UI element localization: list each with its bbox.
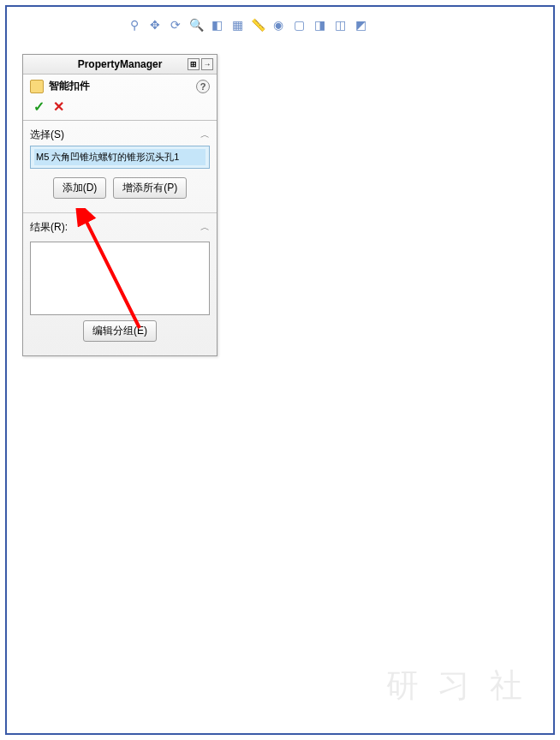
smart-fastener-icon — [30, 80, 44, 93]
shadow-icon[interactable]: ◩ — [353, 17, 368, 33]
collapse-chevron-icon[interactable]: ︿ — [200, 128, 210, 141]
viewport-frame: ⚲ ✥ ⟳ 🔍 ◧ ▦ 📏 ◉ ▢ ◨ ◫ ◩ — [5, 5, 555, 735]
add-all-button[interactable]: 增添所有(P) — [113, 177, 187, 199]
svg-point-37 — [272, 721, 288, 733]
svg-line-132 — [316, 443, 323, 460]
svg-point-24 — [528, 7, 544, 19]
svg-point-94 — [541, 251, 553, 266]
svg-marker-120 — [194, 259, 497, 630]
edit-group-button[interactable]: 编辑分组(E) — [83, 320, 157, 342]
svg-point-43 — [401, 721, 416, 733]
panel-titlebar[interactable]: PropertyManager ⊞ → — [23, 55, 217, 75]
selection-label: 选择(S) — [30, 128, 64, 142]
svg-line-130 — [304, 460, 323, 475]
svg-point-29 — [102, 721, 117, 733]
svg-point-27 — [59, 721, 74, 733]
svg-point-50 — [7, 16, 19, 32]
svg-marker-129 — [342, 446, 347, 455]
wire-icon[interactable]: ▢ — [291, 17, 307, 33]
svg-point-78 — [7, 614, 19, 630]
feature-name: 智能扣件 — [49, 79, 90, 93]
svg-point-22 — [486, 7, 501, 19]
view-orient-icon[interactable]: ▦ — [229, 17, 245, 33]
svg-point-126 — [377, 531, 449, 593]
zoom-icon[interactable]: ⚲ — [127, 17, 142, 33]
svg-point-72 — [7, 486, 19, 502]
measure-icon[interactable]: 📏 — [250, 17, 265, 33]
svg-point-23 — [507, 7, 522, 19]
zoom-fit-icon[interactable]: 🔍 — [188, 17, 204, 33]
svg-point-91 — [541, 188, 553, 203]
svg-point-97 — [541, 315, 553, 331]
add-button[interactable]: 添加(D) — [53, 177, 107, 199]
panel-title: PropertyManager — [78, 58, 163, 70]
svg-point-85 — [541, 59, 553, 75]
pan-icon[interactable]: ✥ — [147, 17, 163, 33]
svg-point-100 — [541, 379, 553, 395]
svg-point-55 — [7, 123, 19, 139]
collapse-chevron-icon[interactable]: ︿ — [200, 221, 210, 234]
svg-point-25 — [16, 721, 32, 733]
svg-point-99 — [541, 358, 553, 373]
svg-point-123 — [281, 414, 387, 503]
hidden-icon[interactable]: ◨ — [312, 17, 327, 33]
svg-point-98 — [541, 337, 553, 352]
svg-marker-119 — [289, 242, 515, 349]
help-icon[interactable]: ? — [196, 80, 210, 93]
selection-list[interactable]: M5 六角凹锥坑螺钉的锥形沉头孔1 — [30, 146, 210, 169]
svg-point-53 — [7, 81, 19, 96]
svg-marker-131 — [304, 467, 311, 475]
svg-point-110 — [541, 593, 553, 608]
svg-point-115 — [541, 700, 553, 715]
svg-point-108 — [541, 550, 553, 565]
ok-cancel-row: ✓ ✕ — [23, 95, 217, 121]
results-list[interactable] — [30, 242, 210, 315]
svg-point-90 — [541, 166, 553, 182]
svg-point-111 — [541, 614, 553, 630]
svg-point-2 — [59, 7, 74, 19]
svg-point-54 — [7, 102, 19, 117]
svg-point-59 — [7, 209, 19, 224]
svg-point-3 — [80, 7, 96, 19]
svg-point-93 — [541, 230, 553, 246]
svg-point-127 — [402, 552, 436, 580]
svg-point-81 — [7, 678, 19, 694]
svg-point-31 — [144, 721, 159, 733]
arrow-icon[interactable]: → — [201, 58, 213, 70]
selection-item[interactable]: M5 六角凹锥坑螺钉的锥形沉头孔1 — [34, 149, 206, 165]
svg-point-67 — [7, 379, 19, 395]
svg-point-62 — [7, 272, 19, 288]
svg-point-95 — [541, 272, 553, 288]
svg-point-32 — [165, 721, 181, 733]
perspective-icon[interactable]: ◫ — [332, 17, 348, 33]
svg-point-109 — [541, 571, 553, 587]
svg-marker-118 — [417, 374, 554, 665]
panel-pin-buttons: ⊞ → — [188, 58, 213, 70]
svg-point-70 — [7, 444, 19, 459]
section-icon[interactable]: ◧ — [209, 17, 224, 33]
svg-point-105 — [541, 486, 553, 502]
svg-point-30 — [123, 721, 139, 733]
svg-point-80 — [7, 657, 19, 672]
svg-point-114 — [541, 678, 553, 694]
svg-point-92 — [541, 209, 553, 224]
svg-point-38 — [294, 721, 309, 733]
svg-point-76 — [7, 571, 19, 587]
svg-point-34 — [208, 721, 223, 733]
svg-point-26 — [38, 721, 53, 733]
svg-point-52 — [7, 59, 19, 75]
rotate-icon[interactable]: ⟳ — [168, 17, 183, 33]
svg-point-40 — [337, 721, 352, 733]
svg-point-33 — [187, 721, 202, 733]
svg-point-104 — [541, 465, 553, 480]
watermark-text: 研 习 社 — [386, 664, 527, 707]
svg-point-74 — [7, 528, 19, 544]
svg-point-82 — [7, 700, 19, 715]
shaded-icon[interactable]: ◉ — [271, 17, 286, 33]
ok-button[interactable]: ✓ — [33, 98, 45, 115]
cancel-button[interactable]: ✕ — [53, 98, 64, 115]
svg-point-88 — [541, 123, 553, 139]
svg-point-103 — [541, 444, 553, 459]
pin-icon[interactable]: ⊞ — [188, 58, 200, 70]
svg-point-36 — [251, 721, 266, 733]
